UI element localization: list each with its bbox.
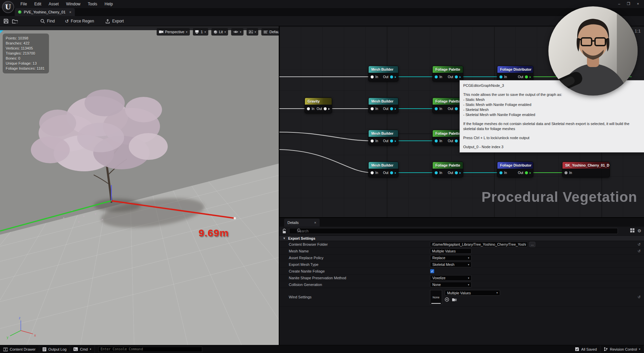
input-pin[interactable] <box>499 75 502 78</box>
input-pin[interactable] <box>371 75 374 78</box>
input-pin[interactable] <box>371 139 374 142</box>
menu-item-help[interactable]: Help <box>101 0 117 8</box>
node-gravity[interactable]: Gravity In Out <box>305 98 332 113</box>
all-saved-button[interactable]: All Saved <box>572 345 600 353</box>
export-button[interactable]: Export <box>103 17 126 25</box>
wind-settings-asset-thumbnail[interactable]: None <box>430 290 442 305</box>
node-mesh-builder[interactable]: Mesh Builder In Out <box>368 162 398 177</box>
force-regen-button[interactable]: ↺ Force Regen <box>62 17 97 25</box>
asset-tab[interactable]: PVE_Yoshino_Cherry_01 × <box>15 8 75 16</box>
node-foliage-distributor[interactable]: Foliage Distributor In Out <box>497 66 533 81</box>
export-settings-section-header[interactable]: ▼ Export Settings <box>279 235 644 241</box>
row-wind-settings: Wind Settings None Multiple Values▾ ↺ <box>279 288 644 306</box>
output-log-button[interactable]: Output Log <box>39 345 70 353</box>
lit-mode-dropdown[interactable]: Lit ▾ <box>211 28 228 36</box>
export-icon <box>105 19 110 23</box>
reset-to-default-icon[interactable]: ↺ <box>638 249 641 253</box>
node-foliage-palette[interactable]: Foliage Palette In Out <box>432 130 463 145</box>
output-pin[interactable] <box>455 139 458 142</box>
output-pin[interactable] <box>455 171 458 174</box>
view-options-dropdown[interactable]: ▾ <box>247 28 258 36</box>
nanite-shape-preservation-dropdown[interactable]: Voxelize▾ <box>430 275 472 281</box>
stat-unique-foliage: Unique Foliage: 13 <box>6 61 46 66</box>
output-pin[interactable] <box>390 139 393 142</box>
menu-item-window[interactable]: Window <box>62 0 84 8</box>
console-command-input[interactable] <box>98 347 202 352</box>
menu-item-tools[interactable]: Tools <box>84 0 101 8</box>
axis-x-label: x <box>34 334 36 337</box>
export-mesh-type-dropdown[interactable]: Skeletal Mesh▾ <box>430 261 472 267</box>
menu-item-edit[interactable]: Edit <box>31 0 45 8</box>
asset-replace-policy-dropdown[interactable]: Replace▾ <box>430 255 472 260</box>
output-pin[interactable] <box>525 75 528 78</box>
wind-settings-dropdown[interactable]: Multiple Values▾ <box>445 290 500 296</box>
output-pin[interactable] <box>525 171 528 174</box>
content-browser-folder-field[interactable] <box>430 242 528 247</box>
node-foliage-palette[interactable]: Foliage Palette In Out <box>432 162 463 177</box>
details-settings-gear-icon[interactable]: ⚙ <box>637 228 641 233</box>
input-pin[interactable] <box>435 139 438 142</box>
node-header: Mesh Builder <box>369 130 398 137</box>
asset-tab-label: PVE_Yoshino_Cherry_01 <box>24 10 65 14</box>
output-pin[interactable] <box>455 107 458 110</box>
output-pin[interactable] <box>390 75 393 78</box>
input-pin[interactable] <box>499 171 502 174</box>
find-button[interactable]: Find <box>38 17 57 25</box>
revision-control-button[interactable]: Revision Control ▾ <box>600 345 644 353</box>
node-foliage-distributor[interactable]: Foliage Distributor In Out <box>497 162 533 177</box>
use-selected-asset-icon[interactable] <box>445 297 449 302</box>
input-pin[interactable] <box>435 75 438 78</box>
node-foliage-palette[interactable]: Foliage Palette In Out <box>432 66 463 81</box>
unlock-icon[interactable] <box>282 229 286 234</box>
output-pin[interactable] <box>455 75 458 78</box>
default-profile-dropdown[interactable]: Default ▾ <box>261 28 279 36</box>
menu-item-file[interactable]: File <box>17 0 31 8</box>
input-pin[interactable] <box>435 171 438 174</box>
node-mesh-builder[interactable]: Mesh Builder In Out <box>368 130 398 145</box>
browse-to-asset-icon[interactable] <box>452 297 457 302</box>
menu-item-asset[interactable]: Asset <box>45 0 62 8</box>
editor-toolbar: Find ↺ Force Regen Export <box>0 16 644 26</box>
node-mesh-builder[interactable]: Mesh Builder In Out <box>368 66 398 81</box>
output-pin[interactable] <box>390 171 393 174</box>
node-header: Foliage Palette <box>433 98 463 105</box>
chevron-down-icon: ▾ <box>186 31 187 34</box>
display-filter-icon[interactable] <box>630 228 635 233</box>
mesh-name-field[interactable] <box>430 248 472 254</box>
node-foliage-palette[interactable]: Foliage Palette In Out <box>432 98 463 113</box>
search-icon <box>297 228 301 233</box>
show-flags-dropdown[interactable]: ▾ <box>231 28 244 36</box>
output-pin[interactable] <box>324 107 327 110</box>
browse-to-asset-icon[interactable] <box>12 18 18 24</box>
details-tab-close-icon[interactable]: × <box>314 221 316 225</box>
reset-to-default-icon[interactable]: ↺ <box>638 295 641 299</box>
screen-percentage-dropdown[interactable]: 1 ▾ <box>193 28 208 36</box>
input-pin[interactable] <box>371 107 374 110</box>
save-check-icon <box>575 347 579 351</box>
input-pin[interactable] <box>371 171 374 174</box>
create-nanite-foliage-checkbox[interactable]: ✓ <box>430 269 434 273</box>
tooltip-bullet: - Skeletal Mesh with Nanite Foliage enab… <box>463 112 641 117</box>
node-mesh-builder[interactable]: Mesh Builder In Out <box>368 98 398 113</box>
save-icon[interactable] <box>3 18 9 24</box>
level-viewport[interactable]: Perspective ▾ 1 ▾ Lit ▾ ▾ ▾ <box>0 26 279 345</box>
input-pin[interactable] <box>565 171 568 174</box>
export-label: Export <box>112 19 124 23</box>
tab-close-icon[interactable]: × <box>69 10 71 14</box>
details-search-input[interactable] <box>289 228 618 234</box>
stat-foliage-instances: Foliage Instances: 1181 <box>6 66 46 71</box>
node-sk-yoshino-cherry-01-d[interactable]: SK_Yoshino_Cherry_01_D In <box>562 162 610 177</box>
details-tab[interactable]: Details × <box>284 219 320 227</box>
input-pin[interactable] <box>435 107 438 110</box>
axis-y-label: y <box>7 336 8 339</box>
input-pin[interactable] <box>307 107 310 110</box>
pick-folder-button[interactable]: ... <box>529 242 535 247</box>
status-bar: Content Drawer Output Log Cmd ▾ All Save… <box>0 345 644 353</box>
cmd-dropdown[interactable]: Cmd ▾ <box>70 345 95 353</box>
reset-to-default-icon[interactable]: ↺ <box>638 242 641 246</box>
content-drawer-button[interactable]: Content Drawer <box>0 345 39 353</box>
output-pin[interactable] <box>390 107 393 110</box>
perspective-dropdown[interactable]: Perspective ▾ <box>157 28 190 36</box>
details-rows: Content Browser Folder ... ↺ Mesh Name ↺… <box>279 241 644 306</box>
collision-generation-dropdown[interactable]: None▾ <box>430 282 472 287</box>
